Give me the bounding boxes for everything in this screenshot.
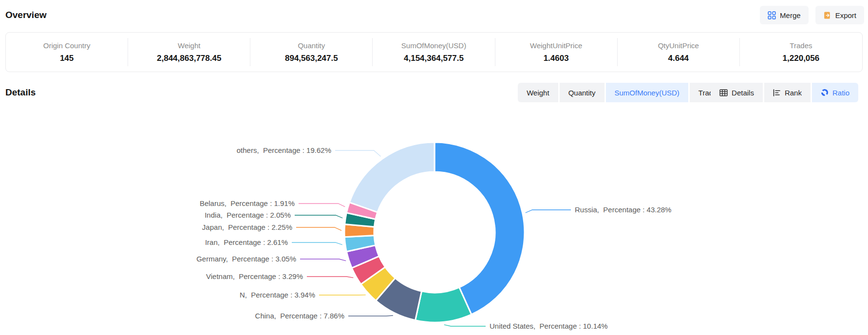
stat-value: 894,563,247.5 (285, 54, 338, 63)
merge-button-label: Merge (780, 11, 801, 19)
stat-label: SumOfMoney(USD) (401, 41, 466, 50)
leader-line-vietnam (307, 277, 353, 278)
slice-label-india: India, Percentage : 2.05% (205, 211, 291, 219)
stat-weightunitprice: WeightUnitPrice1.4603 (495, 38, 618, 66)
stat-origin-country: Origin Country145 (6, 38, 128, 66)
slice-label-united-states: United States, Percentage : 10.14% (490, 322, 608, 330)
slice-label-others: others, Percentage : 19.62% (237, 146, 331, 154)
export-icon (823, 11, 831, 19)
metric-tabs: WeightQuantitySumOfMoney(USD)Trades (518, 83, 730, 102)
leader-line-iran (292, 242, 342, 245)
stat-value: 4,154,364,577.5 (404, 54, 464, 63)
stat-weight: Weight2,844,863,778.45 (128, 38, 250, 66)
top-buttons: Merge Export (760, 6, 864, 24)
view-rank[interactable]: Rank (764, 83, 811, 102)
page-title: Overview (5, 10, 47, 20)
stat-trades: Trades1,220,056 (740, 38, 862, 66)
slice-label-china: China, Percentage : 7.86% (255, 312, 344, 320)
leader-line-india (295, 215, 342, 218)
table-icon (719, 89, 728, 96)
tab-sumofmoney-usd[interactable]: SumOfMoney(USD) (606, 83, 688, 102)
stat-sumofmoney-usd: SumOfMoney(USD)4,154,364,577.5 (373, 38, 495, 66)
slice-label-japan: Japan, Percentage : 2.25% (202, 223, 292, 231)
view-switch: DetailsRankRatio (711, 83, 858, 102)
merge-icon (768, 11, 776, 19)
leader-line-united-states (444, 325, 486, 326)
donut-slice-russia[interactable] (434, 142, 525, 315)
leader-line-others (335, 150, 381, 156)
stat-label: Origin Country (43, 41, 91, 50)
overview-stats-card: Origin Country145Weight2,844,863,778.45Q… (5, 32, 863, 72)
view-label: Ratio (832, 89, 849, 97)
view-label: Details (732, 89, 754, 97)
leader-line-china (348, 316, 393, 316)
slice-label-iran: Iran, Percentage : 2.61% (205, 238, 288, 246)
donut-icon (821, 89, 829, 96)
leader-line-japan (296, 227, 341, 230)
slice-label-germany: Germany, Percentage : 3.05% (196, 255, 296, 263)
ratio-donut-chart: Russia, Percentage : 43.28%United States… (0, 107, 868, 335)
stat-label: QtyUnitPrice (658, 41, 699, 50)
view-ratio[interactable]: Ratio (812, 83, 858, 102)
donut-slice-others[interactable] (349, 142, 434, 212)
export-button[interactable]: Export (815, 6, 864, 24)
rank-icon (773, 89, 781, 96)
stat-label: Quantity (298, 41, 325, 50)
slice-label-belarus: Belarus, Percentage : 1.91% (200, 199, 295, 207)
slice-label-russia: Russia, Percentage : 43.28% (575, 205, 671, 214)
tab-weight[interactable]: Weight (518, 83, 558, 102)
leader-line-germany (300, 259, 346, 261)
tab-quantity[interactable]: Quantity (560, 83, 604, 102)
stat-qtyunitprice: QtyUnitPrice4.644 (618, 38, 740, 66)
stat-quantity: Quantity894,563,247.5 (250, 38, 373, 66)
stat-value: 2,844,863,778.45 (157, 54, 221, 63)
stat-value: 1,220,056 (783, 54, 820, 63)
slice-label-n: N, Percentage : 3.94% (240, 291, 315, 299)
leader-line-belarus (299, 204, 345, 207)
leader-line-russia (526, 210, 571, 213)
stat-label: Weight (178, 41, 200, 50)
stat-value: 4.644 (668, 54, 689, 63)
stat-value: 1.4603 (544, 54, 569, 63)
export-button-label: Export (835, 11, 856, 19)
stat-label: WeightUnitPrice (530, 41, 582, 50)
view-label: Rank (785, 89, 802, 97)
details-section-title: Details (5, 83, 36, 102)
stat-value: 145 (60, 54, 74, 63)
stat-label: Trades (790, 41, 812, 50)
merge-button[interactable]: Merge (760, 6, 809, 24)
view-details[interactable]: Details (711, 83, 763, 102)
slice-label-vietnam: Vietnam, Percentage : 3.29% (206, 272, 303, 280)
